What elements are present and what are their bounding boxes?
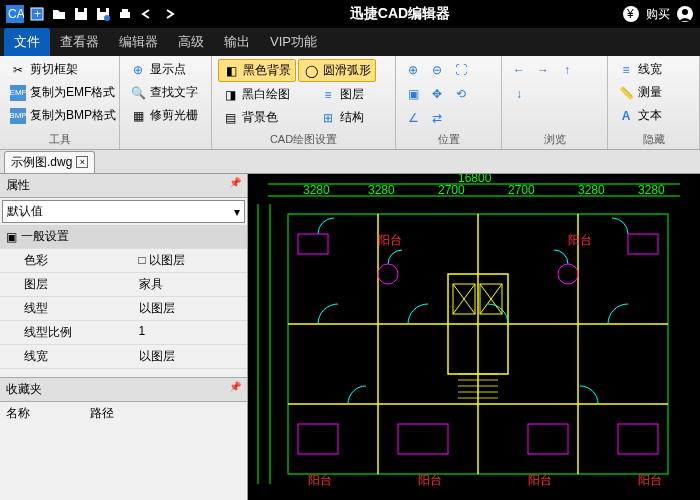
trim-raster-button[interactable]: ▦修剪光栅 bbox=[126, 105, 205, 126]
svg-rect-5 bbox=[78, 8, 84, 12]
document-tab[interactable]: 示例图.dwg × bbox=[4, 151, 95, 173]
group-label: CAD绘图设置 bbox=[218, 130, 389, 149]
prop-key: 图层 bbox=[0, 273, 133, 296]
open-icon[interactable] bbox=[50, 5, 68, 23]
text-button[interactable]: A文本 bbox=[614, 105, 693, 126]
tab-output[interactable]: 输出 bbox=[214, 28, 260, 56]
table-row[interactable]: 线型比例1 bbox=[0, 321, 247, 345]
arrow-left-icon[interactable]: ← bbox=[508, 59, 530, 81]
section-label: 一般设置 bbox=[21, 228, 69, 245]
drawing-canvas[interactable]: 阳台 阳台 阳台 阳台 阳台 阳台 3280328027002700328032… bbox=[248, 174, 700, 500]
svg-text:3280: 3280 bbox=[303, 183, 330, 197]
new-icon[interactable]: + bbox=[28, 5, 46, 23]
ruler-icon: 📏 bbox=[618, 85, 634, 101]
zoom-in-icon[interactable]: ⊕ bbox=[402, 59, 424, 81]
default-dropdown[interactable]: 默认值 ▾ bbox=[2, 200, 245, 223]
find-text-button[interactable]: 🔍查找文字 bbox=[126, 82, 205, 103]
menubar: 文件 查看器 编辑器 高级 输出 VIP功能 bbox=[0, 28, 700, 56]
col-path: 路径 bbox=[90, 405, 114, 422]
tab-vip[interactable]: VIP功能 bbox=[260, 28, 327, 56]
ribbon-group-browse: ← → ↑ ↓ 浏览 bbox=[502, 56, 608, 149]
label: 图层 bbox=[340, 86, 364, 103]
fav-title: 收藏夹 bbox=[6, 381, 42, 398]
user-icon[interactable] bbox=[676, 5, 694, 23]
copy-emf-button[interactable]: EMF复制为EMF格式 bbox=[6, 82, 113, 103]
ribbon-group-hide: ≡线宽 📏测量 A文本 隐藏 bbox=[608, 56, 700, 149]
label: 结构 bbox=[340, 109, 364, 126]
label: 黑白绘图 bbox=[242, 86, 290, 103]
label: 黑色背景 bbox=[243, 62, 291, 79]
pin-icon[interactable]: 📌 bbox=[229, 177, 241, 194]
panel-title: 属性 bbox=[6, 177, 30, 194]
arc-icon: ◯ bbox=[303, 63, 319, 79]
angle-icon[interactable]: ∠ bbox=[402, 107, 424, 129]
redo-icon[interactable] bbox=[160, 5, 178, 23]
scissors-icon: ✂ bbox=[10, 62, 26, 78]
table-row[interactable]: 线宽以图层 bbox=[0, 345, 247, 369]
search-icon: 🔍 bbox=[130, 85, 146, 101]
app-icon: CAD bbox=[6, 5, 24, 23]
svg-text:+: + bbox=[34, 7, 41, 21]
close-icon[interactable]: × bbox=[76, 156, 88, 168]
tab-viewer[interactable]: 查看器 bbox=[50, 28, 109, 56]
linewidth-button[interactable]: ≡线宽 bbox=[614, 59, 693, 80]
ribbon-group-2: ⊕显示点 🔍查找文字 ▦修剪光栅 bbox=[120, 56, 212, 149]
structure-button[interactable]: ⊞结构 bbox=[316, 107, 368, 128]
table-row[interactable]: 图层家具 bbox=[0, 273, 247, 297]
table-row[interactable]: 色彩□ 以图层 bbox=[0, 249, 247, 273]
arrow-right-icon[interactable]: → bbox=[532, 59, 554, 81]
tab-advanced[interactable]: 高级 bbox=[168, 28, 214, 56]
quick-access: CAD + bbox=[6, 5, 178, 23]
rotate-icon[interactable]: ⟲ bbox=[450, 83, 472, 105]
struct-icon: ⊞ bbox=[320, 110, 336, 126]
layer-icon: ≡ bbox=[320, 87, 336, 103]
smooth-arc-button[interactable]: ◯圆滑弧形 bbox=[298, 59, 376, 82]
zoom-out-icon[interactable]: ⊖ bbox=[426, 59, 448, 81]
bgcolor-button[interactable]: ▤背景色 bbox=[218, 107, 282, 128]
black-bg-button[interactable]: ◧黑色背景 bbox=[218, 59, 296, 82]
group-label: 位置 bbox=[402, 130, 495, 149]
zoom-rect-icon[interactable]: ▣ bbox=[402, 83, 424, 105]
mirror-icon[interactable]: ⇄ bbox=[426, 107, 448, 129]
pan-icon[interactable]: ✥ bbox=[426, 83, 448, 105]
buy-link[interactable]: 购买 bbox=[646, 6, 670, 23]
table-row[interactable]: 线型以图层 bbox=[0, 297, 247, 321]
collapse-icon[interactable]: ▣ bbox=[6, 230, 17, 244]
label: 查找文字 bbox=[150, 84, 198, 101]
layer-button[interactable]: ≡图层 bbox=[316, 84, 368, 105]
prop-val[interactable]: 以图层 bbox=[133, 297, 248, 320]
svg-text:¥: ¥ bbox=[626, 7, 634, 21]
svg-text:阳台: 阳台 bbox=[378, 233, 402, 247]
saveas-icon[interactable] bbox=[94, 5, 112, 23]
text-icon: A bbox=[618, 108, 634, 124]
measure-button[interactable]: 📏测量 bbox=[614, 82, 693, 103]
linewidth-icon: ≡ bbox=[618, 62, 634, 78]
emf-icon: EMF bbox=[10, 85, 26, 101]
section-header[interactable]: ▣一般设置 bbox=[0, 225, 247, 249]
print-icon[interactable] bbox=[116, 5, 134, 23]
show-point-button[interactable]: ⊕显示点 bbox=[126, 59, 205, 80]
save-icon[interactable] bbox=[72, 5, 90, 23]
prop-val[interactable]: 家具 bbox=[133, 273, 248, 296]
zoom-fit-icon[interactable]: ⛶ bbox=[450, 59, 472, 81]
group-label: 浏览 bbox=[508, 130, 601, 149]
coin-icon[interactable]: ¥ bbox=[622, 5, 640, 23]
prop-val[interactable]: □ 以图层 bbox=[133, 249, 248, 272]
tab-editor[interactable]: 编辑器 bbox=[109, 28, 168, 56]
svg-text:3280: 3280 bbox=[578, 183, 605, 197]
prop-val[interactable]: 1 bbox=[133, 321, 248, 344]
pin-icon[interactable]: 📌 bbox=[229, 381, 241, 398]
clip-frame-button[interactable]: ✂剪切框架 bbox=[6, 59, 113, 80]
label: 剪切框架 bbox=[30, 61, 78, 78]
arrow-down-icon[interactable]: ↓ bbox=[508, 83, 530, 105]
undo-icon[interactable] bbox=[138, 5, 156, 23]
label: 修剪光栅 bbox=[150, 107, 198, 124]
copy-bmp-button[interactable]: BMP复制为BMP格式 bbox=[6, 105, 113, 126]
prop-val[interactable]: 以图层 bbox=[133, 345, 248, 368]
blackbg-icon: ◧ bbox=[223, 63, 239, 79]
arrow-up-icon[interactable]: ↑ bbox=[556, 59, 578, 81]
bw-draw-button[interactable]: ◨黑白绘图 bbox=[218, 84, 294, 105]
label: 圆滑弧形 bbox=[323, 62, 371, 79]
label: 复制为BMP格式 bbox=[30, 107, 116, 124]
tab-file[interactable]: 文件 bbox=[4, 28, 50, 56]
